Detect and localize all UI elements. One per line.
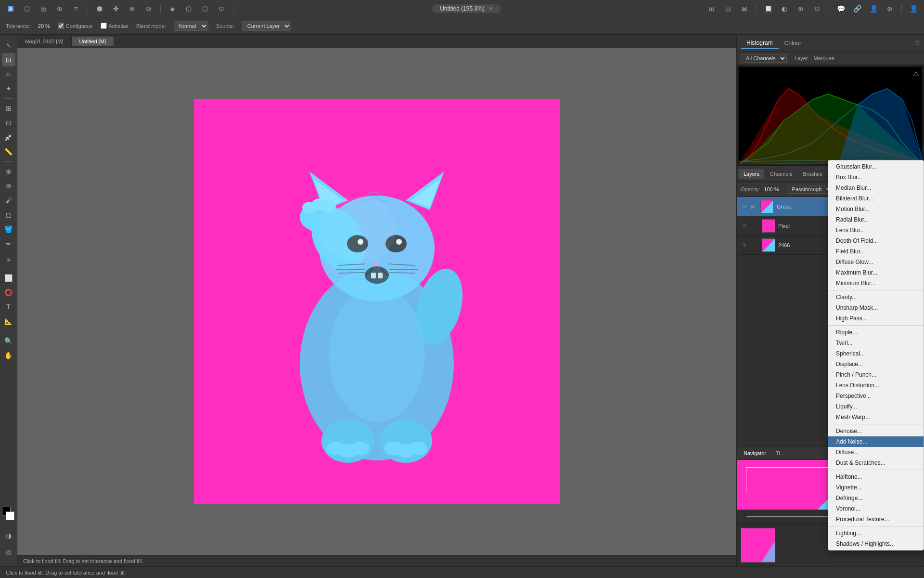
menu-item-procedural-texture[interactable]: Procedural Texture... — [828, 514, 924, 525]
contiguous-checkbox[interactable] — [58, 23, 64, 29]
menu-item-depth-of-field[interactable]: Depth Of Field... — [828, 236, 924, 246]
tool-artboard[interactable]: 📐 — [2, 315, 15, 328]
tool-wand[interactable]: ✦ — [2, 82, 15, 95]
menu-item-displace[interactable]: Displace... — [828, 359, 924, 369]
menu-item-median-blur[interactable]: Median Blur... — [828, 183, 924, 193]
layer-visibility-pixel[interactable]: 👁 — [741, 222, 748, 230]
menu-item-diffuse[interactable]: Diffuse... — [828, 447, 924, 458]
menu-item-bilateral-blur[interactable]: Bilateral Blur... — [828, 193, 924, 204]
menu-item-ripple[interactable]: Ripple... — [828, 327, 924, 338]
tool-hand[interactable]: ✋ — [2, 349, 15, 362]
menu-item-box-blur[interactable]: Box Blur... — [828, 172, 924, 183]
icon-21[interactable]: 🔗 — [850, 2, 864, 15]
sub-tab-marquee[interactable]: Marquee — [814, 55, 834, 61]
menu-item-field-blur[interactable]: Field Blur... — [828, 246, 924, 257]
menu-item-pinch-punch[interactable]: Pinch / Punch... — [828, 369, 924, 380]
tool-brush[interactable]: 🖌 — [2, 194, 15, 207]
nav-zoom-out-icon[interactable]: − — [741, 514, 744, 520]
layer-visibility-image[interactable]: 👁 — [741, 241, 748, 249]
tab-ti[interactable]: Ti... — [771, 449, 789, 458]
menu-item-liquify[interactable]: Liquify... — [828, 401, 924, 412]
background-swatch[interactable] — [6, 512, 14, 520]
icon-6[interactable]: ✤ — [109, 2, 123, 15]
icon-14[interactable]: ⊟ — [721, 2, 735, 15]
menu-item-vignette[interactable]: Vignette... — [828, 482, 924, 493]
menu-item-defringe[interactable]: Defringe... — [828, 493, 924, 503]
menu-item-clarity[interactable]: Clarity... — [828, 292, 924, 302]
icon-20[interactable]: 💬 — [834, 2, 847, 15]
sub-tab-layer[interactable]: Layer — [795, 55, 808, 61]
tool-pen[interactable]: ✒ — [2, 237, 15, 250]
menu-item-shadows-highlights[interactable]: Shadows / Highlights... — [828, 539, 924, 549]
menu-item-lighting[interactable]: Lighting... — [828, 528, 924, 539]
menu-item-denoise[interactable]: Denoise... — [828, 426, 924, 436]
menu-item-spherical[interactable]: Spherical... — [828, 348, 924, 359]
menu-item-halftone[interactable]: Halftone... — [828, 472, 924, 482]
tool-lasso[interactable]: ⊂ — [2, 67, 15, 81]
icon-4[interactable]: ≡ — [69, 2, 83, 15]
icon-8[interactable]: ⊘ — [142, 2, 155, 15]
menu-item-lens-blur[interactable]: Lens Blur... — [828, 225, 924, 236]
app-icon[interactable]: A — [4, 2, 17, 15]
icon-10[interactable]: ⬡ — [182, 2, 195, 15]
menu-item-diffuse-glow[interactable]: Diffuse Glow... — [828, 257, 924, 267]
icon-23[interactable]: ⊕ — [883, 2, 897, 15]
menu-item-gaussian-blur[interactable]: Gaussian Blur... — [828, 161, 924, 172]
icon-3[interactable]: ⊕ — [53, 2, 66, 15]
tab-channels[interactable]: Channels — [765, 169, 797, 179]
icon-17[interactable]: ◐ — [778, 2, 791, 15]
tab-brushes[interactable]: Brushes — [798, 169, 827, 179]
source-select[interactable]: Current Layer All Layers — [242, 21, 291, 31]
canvas-tab-1[interactable]: blog31-0402 [M] — [17, 37, 72, 46]
icon-9[interactable]: ◈ — [166, 2, 179, 15]
filter-dropdown-menu[interactable]: Gaussian Blur... Box Blur... Median Blur… — [828, 160, 924, 551]
menu-item-radial-blur[interactable]: Radial Blur... — [828, 214, 924, 225]
layer-expand-group[interactable]: ▶ — [751, 203, 756, 210]
icon-12[interactable]: ⊙ — [215, 2, 228, 15]
tool-text[interactable]: T — [2, 300, 15, 314]
tool-zoom[interactable]: 🔍 — [2, 334, 15, 348]
tab-layers[interactable]: Layers — [739, 169, 764, 179]
tool-measure[interactable]: 📏 — [2, 145, 15, 158]
icon-13[interactable]: ⊞ — [705, 2, 719, 15]
menu-item-motion-blur[interactable]: Motion Blur... — [828, 204, 924, 214]
blend-mode-layers-select[interactable]: Passthrough Normal Multiply — [787, 185, 833, 194]
menu-item-add-noise[interactable]: Add Noise... — [828, 436, 924, 447]
icon-5[interactable]: ⬢ — [93, 2, 106, 15]
icon-1[interactable]: ⬡ — [20, 2, 34, 15]
tool-fill[interactable]: 🪣 — [2, 223, 15, 236]
menu-item-mesh-warp[interactable]: Mesh Warp... — [828, 412, 924, 422]
antialias-checkbox[interactable] — [101, 23, 107, 29]
layer-visibility-group[interactable]: 👁 — [741, 203, 748, 210]
tab-navigator[interactable]: Navigator — [739, 449, 771, 458]
menu-item-dust-scratches[interactable]: Dust & Scratches... — [828, 458, 924, 468]
menu-item-unsharp-mask[interactable]: Unsharp Mask... — [828, 302, 924, 313]
icon-18[interactable]: ⊕ — [794, 2, 808, 15]
canvas-tab-2[interactable]: Untitled [M] — [72, 37, 115, 46]
menu-item-voronoi[interactable]: Voronoi... — [828, 503, 924, 514]
icon-19[interactable]: ⊙ — [810, 2, 824, 15]
title-close-button[interactable]: ✕ — [488, 5, 493, 12]
tab-colour[interactable]: Colour — [779, 38, 807, 49]
tool-slice[interactable]: ⊟ — [2, 116, 15, 130]
tool-eraser[interactable]: ◻ — [2, 208, 15, 222]
tool-move[interactable]: ↖ — [2, 39, 15, 52]
icon-7[interactable]: ⊗ — [126, 2, 139, 15]
menu-item-perspective[interactable]: Perspective... — [828, 391, 924, 401]
channel-select[interactable]: All Channels Red Green Blue — [741, 54, 787, 63]
menu-item-lens-distortion[interactable]: Lens Distortion... — [828, 380, 924, 391]
tool-selection[interactable]: ⊡ — [2, 53, 15, 66]
blend-mode-select[interactable]: Normal Multiply Screen — [174, 21, 208, 31]
icon-22[interactable]: 👤 — [867, 2, 880, 15]
tool-extra[interactable]: ◎ — [2, 545, 15, 559]
icon-11[interactable]: ⬡ — [198, 2, 212, 15]
tool-heal[interactable]: ⊕ — [2, 165, 15, 178]
menu-item-twirl[interactable]: Twirl... — [828, 338, 924, 348]
menu-item-maximum-blur[interactable]: Maximum Blur... — [828, 267, 924, 278]
tool-ellipse[interactable]: ⭕ — [2, 286, 15, 299]
tool-eyedropper[interactable]: 💉 — [2, 131, 15, 144]
tool-clone[interactable]: ⊗ — [2, 179, 15, 193]
tool-shape[interactable]: ⬜ — [2, 271, 15, 285]
icon-2[interactable]: ◎ — [37, 2, 50, 15]
panel-options-button[interactable]: ☰ — [915, 40, 920, 47]
